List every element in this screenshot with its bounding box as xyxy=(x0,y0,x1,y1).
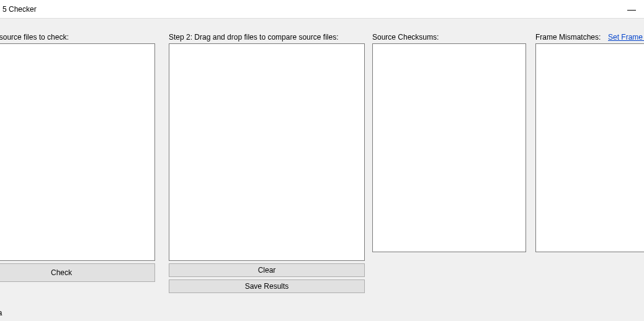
window-buttons: — xyxy=(623,0,640,19)
frame-mismatches-listbox[interactable] xyxy=(535,43,644,252)
credits-label: s Cardona xyxy=(0,309,2,317)
compare-files-listbox[interactable] xyxy=(169,43,365,261)
step1-label: and drop source files to check: xyxy=(0,33,69,42)
window-titlebar: 5 Checker — xyxy=(0,0,644,19)
save-results-button[interactable]: Save Results xyxy=(169,279,365,293)
frame-mismatches-label: Frame Mismatches: xyxy=(535,33,601,42)
check-button[interactable]: Check xyxy=(0,263,155,282)
save-results-button-label: Save Results xyxy=(245,282,289,291)
source-checksums-listbox[interactable] xyxy=(372,43,526,252)
window-title: 5 Checker xyxy=(2,5,37,14)
source-checksums-label: Source Checksums: xyxy=(372,33,439,42)
source-files-listbox[interactable] xyxy=(0,43,155,261)
check-button-label: Check xyxy=(51,268,72,277)
set-frame-link[interactable]: Set Frame S xyxy=(608,33,644,42)
clear-button-label: Clear xyxy=(258,266,276,275)
minimize-button[interactable]: — xyxy=(623,0,640,19)
client-area: and drop source files to check: Step 2: … xyxy=(0,19,644,321)
step2-label: Step 2: Drag and drop files to compare s… xyxy=(169,33,338,42)
clear-button[interactable]: Clear xyxy=(169,263,365,277)
